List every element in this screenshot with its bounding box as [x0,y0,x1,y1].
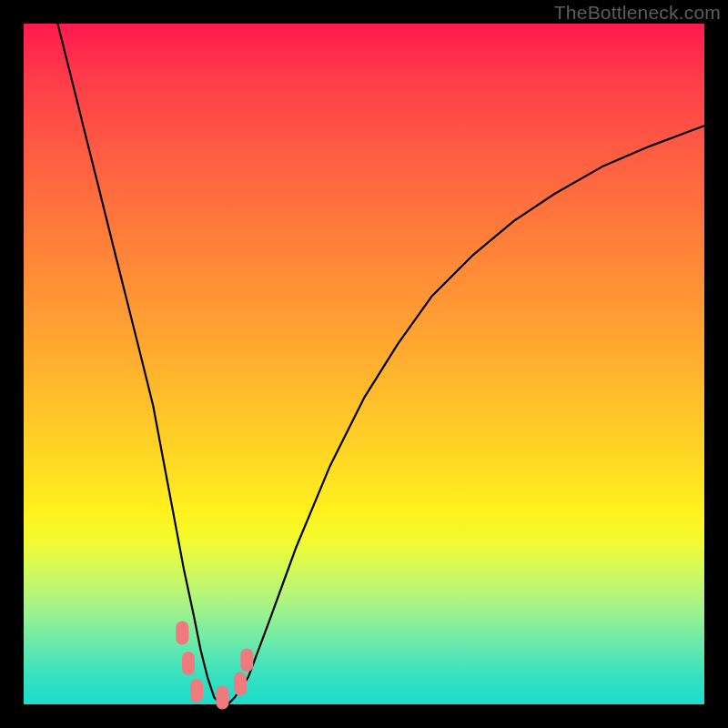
plot-area [24,24,704,704]
right-marker-cluster-1 [234,672,247,696]
right-marker-cluster-2 [240,648,253,672]
right-marker-cluster-0 [216,686,228,710]
chart-frame: TheBottleneck.com [0,0,728,728]
watermark-label: TheBottleneck.com [554,2,721,24]
curve-layer [24,24,704,704]
left-marker-cluster-2 [190,679,203,703]
left-marker-cluster-1 [182,652,195,675]
left-marker-cluster-0 [176,622,188,645]
bottleneck-curve [57,24,704,704]
